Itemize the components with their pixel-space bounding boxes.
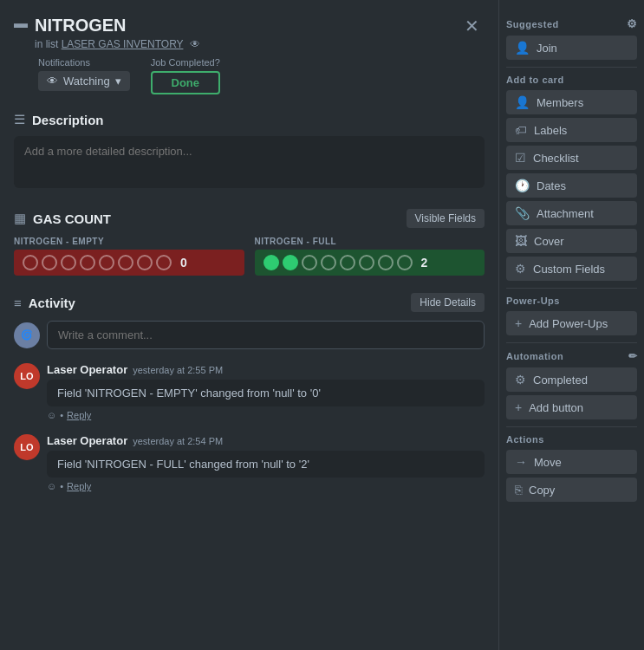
add-power-ups-label: Add Power-Ups	[529, 317, 608, 330]
hide-details-button[interactable]: Hide Details	[411, 293, 485, 312]
move-button[interactable]: → Move	[506, 450, 637, 474]
completed-button[interactable]: ⚙ Completed	[506, 367, 637, 392]
dot	[302, 255, 317, 270]
gas-dots-empty: 0	[14, 250, 244, 276]
dates-icon: 🕐	[515, 179, 530, 192]
attachment-icon: 📎	[515, 206, 530, 220]
custom-fields-icon: ⚙	[515, 262, 526, 276]
activity-time-1: yesterday at 2:55 PM	[133, 365, 223, 375]
activity-body-1: Laser Operator yesterday at 2:55 PM Fiel…	[47, 363, 485, 420]
card-title: NITROGEN	[35, 14, 459, 36]
activity-author-1: Laser Operator	[47, 363, 127, 376]
join-label: Join	[537, 42, 557, 55]
suggested-label: Suggested	[506, 19, 559, 29]
eye-icon: 👁	[47, 75, 58, 88]
comment-input-row: 🌀	[14, 321, 485, 349]
checklist-icon: ☑	[515, 151, 526, 165]
automation-title: Automation ✏	[506, 350, 637, 362]
suggested-section-title: Suggested ⚙	[506, 17, 637, 30]
card-header: ▬ NITROGEN in list LASER GAS INVENTORY 👁…	[14, 14, 485, 50]
gas-count-icon: ▦	[14, 211, 26, 226]
description-input[interactable]	[14, 136, 485, 188]
description-section: ☰ Description	[14, 112, 485, 192]
activity-title: Activity	[29, 296, 75, 310]
gas-count-title: GAS COUNT	[33, 211, 111, 226]
description-icon: ☰	[14, 112, 25, 127]
done-button[interactable]: Done	[151, 71, 220, 94]
cover-button[interactable]: 🖼 Cover	[506, 229, 637, 253]
copy-icon: ⎘	[515, 483, 522, 497]
current-user-avatar: 🌀	[14, 322, 40, 348]
activity-entry: LO Laser Operator yesterday at 2:55 PM F…	[14, 363, 485, 420]
watching-button[interactable]: 👁 Watching ▾	[38, 71, 130, 91]
dates-button[interactable]: 🕐 Dates	[506, 173, 637, 198]
reply-link-1[interactable]: Reply	[67, 410, 91, 420]
activity-meta-2: Laser Operator yesterday at 2:54 PM	[47, 434, 485, 447]
labels-label: Labels	[534, 124, 567, 137]
sidebar-divider-3	[506, 342, 637, 343]
add-power-ups-button[interactable]: + Add Power-Ups	[506, 311, 637, 335]
add-button-btn[interactable]: + Add button	[506, 395, 637, 419]
completed-icon: ⚙	[515, 373, 526, 387]
job-completed-label: Job Completed?	[151, 57, 220, 68]
move-icon: →	[515, 455, 527, 469]
activity-time-2: yesterday at 2:54 PM	[133, 436, 223, 446]
activity-body-2: Laser Operator yesterday at 2:54 PM Fiel…	[47, 434, 485, 491]
copy-button[interactable]: ⎘ Copy	[506, 478, 637, 502]
dot	[80, 255, 95, 270]
notifications-group: Notifications 👁 Watching ▾	[38, 57, 130, 94]
activity-meta-1: Laser Operator yesterday at 2:55 PM	[47, 363, 485, 376]
activity-author-2: Laser Operator	[47, 434, 127, 447]
chevron-down-icon: ▾	[115, 75, 121, 88]
close-button[interactable]: ✕	[459, 14, 485, 38]
card-sidebar: Suggested ⚙ 👤 Join Add to card 👤 Members…	[498, 0, 644, 650]
members-button[interactable]: 👤 Members	[506, 90, 637, 114]
activity-text-2: Field 'NITROGEN - FULL' changed from 'nu…	[47, 451, 485, 478]
gas-field-full-label: NITROGEN - FULL	[255, 237, 485, 246]
activity-header: ≡ Activity Hide Details	[14, 293, 485, 312]
labels-button[interactable]: 🏷 Labels	[506, 118, 637, 142]
attachment-button[interactable]: 📎 Attachment	[506, 201, 637, 225]
watch-icon[interactable]: 👁	[190, 38, 200, 50]
custom-fields-button[interactable]: ⚙ Custom Fields	[506, 257, 637, 281]
custom-fields-label: Custom Fields	[533, 263, 605, 276]
checklist-button[interactable]: ☑ Checklist	[506, 146, 637, 170]
members-icon: 👤	[515, 95, 530, 109]
join-button[interactable]: 👤 Join	[506, 36, 637, 60]
activity-text-1: Field 'NITROGEN - EMPTY' changed from 'n…	[47, 380, 485, 406]
gas-count-grid: NITROGEN - EMPTY 0 NITROGEN - FULL	[14, 237, 485, 276]
edit-icon[interactable]: ✏	[628, 350, 638, 362]
gas-count-header: ▦ GAS COUNT Visible Fields	[14, 209, 485, 228]
plus-icon-powerups: +	[515, 316, 522, 330]
dot	[156, 255, 172, 270]
gear-icon[interactable]: ⚙	[627, 17, 638, 30]
avatar-icon: 🌀	[21, 329, 33, 341]
list-name-link[interactable]: LASER GAS INVENTORY	[62, 38, 184, 50]
description-header: ☰ Description	[14, 112, 485, 127]
dot	[378, 255, 394, 270]
bullet-2: •	[60, 481, 63, 491]
members-label: Members	[537, 96, 583, 109]
automation-label: Automation	[506, 351, 563, 361]
comment-input[interactable]	[47, 321, 485, 349]
gas-empty-count: 0	[180, 256, 187, 270]
dot	[283, 255, 298, 270]
visible-fields-button[interactable]: Visible Fields	[407, 209, 485, 228]
dot	[263, 255, 279, 270]
dot	[340, 255, 355, 270]
labels-icon: 🏷	[515, 123, 527, 137]
sidebar-divider-4	[506, 426, 637, 427]
activity-section: ≡ Activity Hide Details 🌀 LO Laser Opera…	[14, 293, 485, 491]
activity-icon: ≡	[14, 296, 22, 310]
card-title-area: NITROGEN in list LASER GAS INVENTORY 👁	[35, 14, 459, 50]
notifications-label: Notifications	[38, 57, 130, 68]
dot	[61, 255, 76, 270]
cover-label: Cover	[534, 235, 564, 248]
move-label: Move	[534, 456, 562, 469]
gas-full-count: 2	[421, 256, 428, 270]
avatar-initials-2: LO	[20, 442, 33, 452]
reaction-icon-2: ☺	[47, 481, 56, 491]
gas-dots-full: 2	[255, 250, 485, 276]
dot	[118, 255, 133, 270]
reply-link-2[interactable]: Reply	[67, 481, 91, 491]
